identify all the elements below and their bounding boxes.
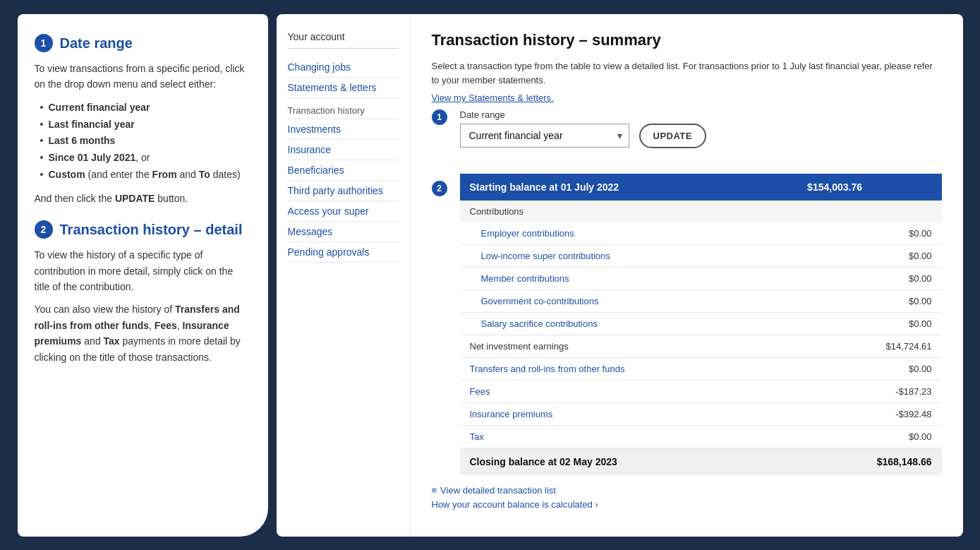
- table-row: Net investment earnings $14,724.61: [460, 335, 942, 357]
- table-row: Government co-contributions $0.00: [460, 289, 942, 312]
- step2-badge: 2: [35, 220, 53, 239]
- sidebar-item-investments[interactable]: Investments: [288, 119, 399, 140]
- summary-table: Starting balance at 01 July 2022 $154,00…: [460, 174, 942, 475]
- step2-para2: You can also view the history of Transfe…: [35, 301, 251, 365]
- tax-link[interactable]: Tax: [470, 431, 484, 442]
- govt-contributions-link[interactable]: Government co-contributions: [481, 296, 599, 306]
- member-contributions-cell: Member contributions: [460, 267, 798, 289]
- header-value: $154,003.76: [797, 174, 941, 201]
- low-income-cell: Low-income super contributions: [460, 244, 798, 267]
- date-range-select[interactable]: Current financial year Last financial ye…: [460, 124, 629, 148]
- right-panel: Your account Changing jobs Statements & …: [277, 14, 963, 537]
- left-panel: 1 Date range To view transactions from a…: [18, 14, 268, 537]
- step1-para1: To view transactions from a specific per…: [35, 61, 251, 92]
- page-title: Transaction history – summary: [432, 31, 942, 49]
- insurance-link[interactable]: Insurance premiums: [470, 409, 553, 419]
- transfers-cell: Transfers and roll-ins from other funds: [460, 357, 798, 380]
- main-description: Select a transaction type from the table…: [432, 59, 942, 87]
- transfers-value: $0.00: [797, 357, 941, 380]
- low-income-link[interactable]: Low-income super contributions: [481, 251, 611, 261]
- view-detailed-link[interactable]: ≡View detailed transaction list: [432, 485, 942, 496]
- list-icon: ≡: [432, 485, 437, 496]
- table-row: Fees -$187.23: [460, 380, 942, 402]
- transfers-link[interactable]: Transfers and roll-ins from other funds: [470, 364, 625, 374]
- sidebar-item-statements[interactable]: Statements & letters: [288, 78, 399, 98]
- fees-value: -$187.23: [797, 380, 941, 402]
- page-wrapper: 1 Date range To view transactions from a…: [18, 14, 963, 537]
- table-footer-row: Closing balance at 02 May 2023 $168,148.…: [460, 448, 942, 475]
- bullet-last-fy: Last financial year: [42, 116, 251, 133]
- step1-inline-badge: 1: [432, 109, 447, 125]
- step2-heading: 2 Transaction history – detail: [35, 220, 251, 239]
- table-row: Salary sacrifice contributions $0.00: [460, 312, 942, 335]
- date-range-label: Date range: [460, 109, 942, 120]
- footer-links: ≡View detailed transaction list How your…: [432, 485, 942, 510]
- statements-link[interactable]: View my Statements & letters.: [432, 92, 554, 103]
- sidebar-item-changing-jobs[interactable]: Changing jobs: [288, 57, 399, 78]
- date-range-select-wrapper: Current financial year Last financial ye…: [460, 124, 629, 148]
- sidebar: Your account Changing jobs Statements & …: [277, 14, 411, 537]
- step1-bullets: Current financial year Last financial ye…: [35, 100, 251, 184]
- update-button[interactable]: UPDATE: [639, 124, 706, 148]
- table-row: Transfers and roll-ins from other funds …: [460, 357, 942, 380]
- low-income-value: $0.00: [797, 244, 941, 267]
- govt-contributions-value: $0.00: [797, 289, 941, 312]
- employer-contributions-value: $0.00: [797, 222, 941, 245]
- table-section: 2 Starting balance at 01 July 2022 $154,…: [432, 174, 942, 475]
- sidebar-item-beneficiaries[interactable]: Beneficiaries: [288, 160, 399, 181]
- step2-para1: To view the history of a specific type o…: [35, 247, 251, 294]
- net-investment-value: $14,724.61: [797, 335, 941, 357]
- salary-sacrifice-link[interactable]: Salary sacrifice contributions: [481, 318, 598, 329]
- bullet-custom: Custom (and enter the From and To dates): [42, 167, 251, 184]
- step1-title: Date range: [60, 35, 133, 52]
- contributions-section-row: Contributions: [460, 201, 942, 222]
- member-contributions-value: $0.00: [797, 267, 941, 289]
- fees-link[interactable]: Fees: [470, 386, 490, 397]
- step2-title: Transaction history – detail: [60, 222, 243, 238]
- sidebar-section-transaction-history: Transaction history: [288, 98, 399, 119]
- statements-link-row: View my Statements & letters.: [432, 91, 942, 105]
- employer-contributions-cell: Employer contributions: [460, 222, 798, 245]
- sidebar-item-access-super[interactable]: Access your super: [288, 201, 399, 222]
- step1-para2: And then click the UPDATE button.: [35, 191, 251, 206]
- table-row: Low-income super contributions $0.00: [460, 244, 942, 267]
- net-investment-cell: Net investment earnings: [460, 335, 798, 357]
- insurance-value: -$392.48: [797, 402, 941, 425]
- salary-sacrifice-value: $0.00: [797, 312, 941, 335]
- govt-contributions-cell: Government co-contributions: [460, 289, 798, 312]
- table-wrapper: Starting balance at 01 July 2022 $154,00…: [460, 174, 942, 475]
- bullet-since-july: Since 01 July 2021, or: [42, 150, 251, 167]
- date-range-inner: Date range Current financial year Last f…: [460, 109, 942, 161]
- description-text: Select a transaction type from the table…: [432, 61, 933, 85]
- member-contributions-link[interactable]: Member contributions: [481, 273, 569, 284]
- salary-sacrifice-cell: Salary sacrifice contributions: [460, 312, 798, 335]
- main-content: Transaction history – summary Select a t…: [411, 14, 963, 537]
- header-label: Starting balance at 01 July 2022: [460, 174, 798, 201]
- table-row: Insurance premiums -$392.48: [460, 402, 942, 425]
- step1-heading: 1 Date range: [35, 34, 251, 52]
- bullet-last-6m: Last 6 months: [42, 133, 251, 150]
- tax-value: $0.00: [797, 425, 941, 448]
- sidebar-item-pending[interactable]: Pending approvals: [288, 242, 399, 263]
- step1-badge: 1: [35, 34, 53, 52]
- bullet-current-fy: Current financial year: [42, 100, 251, 116]
- how-calculated-link[interactable]: How your account balance is calculated ›: [432, 499, 942, 510]
- employer-contributions-link[interactable]: Employer contributions: [481, 228, 574, 239]
- sidebar-item-insurance[interactable]: Insurance: [288, 140, 399, 160]
- footer-value: $168,148.66: [797, 448, 941, 475]
- net-investment-label: Net investment earnings: [470, 341, 569, 352]
- fees-cell: Fees: [460, 380, 798, 402]
- table-header-row: Starting balance at 01 July 2022 $154,00…: [460, 174, 942, 201]
- sidebar-item-messages[interactable]: Messages: [288, 222, 399, 242]
- insurance-cell: Insurance premiums: [460, 402, 798, 425]
- step2-section: 2 Transaction history – detail To view t…: [35, 220, 251, 365]
- table-row: Tax $0.00: [460, 425, 942, 448]
- date-range-section: 1 Date range Current financial year Last…: [432, 109, 942, 161]
- contributions-label: Contributions: [460, 201, 942, 222]
- sidebar-item-third-party[interactable]: Third party authorities: [288, 181, 399, 201]
- date-range-controls: Current financial year Last financial ye…: [460, 124, 942, 148]
- footer-label: Closing balance at 02 May 2023: [460, 448, 798, 475]
- table-row: Member contributions $0.00: [460, 267, 942, 289]
- tax-cell: Tax: [460, 425, 798, 448]
- table-row: Employer contributions $0.00: [460, 222, 942, 245]
